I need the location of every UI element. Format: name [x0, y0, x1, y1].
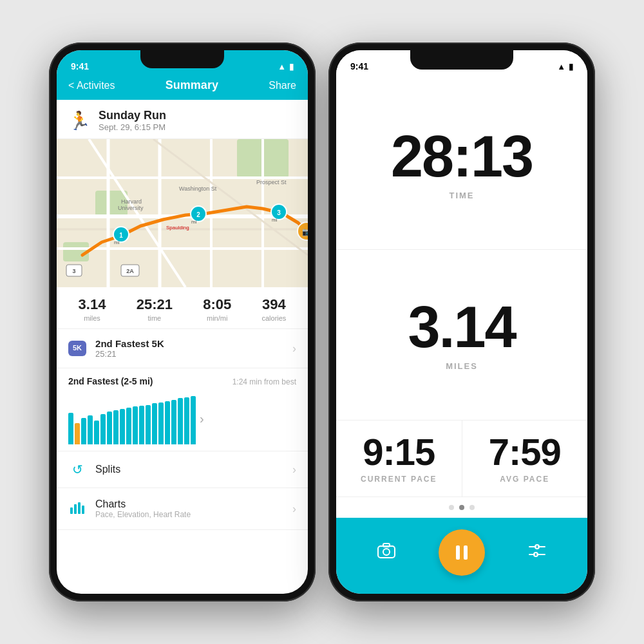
svg-text:Spaulding: Spaulding: [166, 225, 189, 231]
pr-badge: 5K: [68, 341, 86, 355]
chart-bar-12: [146, 405, 151, 444]
chevron-right-icon: ›: [292, 342, 296, 355]
chart-bar-3: [88, 415, 93, 444]
distance-metric: 3.14 MILES: [336, 250, 587, 421]
settings-button[interactable]: [528, 544, 546, 562]
current-pace-value: 9:15: [363, 433, 435, 471]
avg-pace-label: AVG PACE: [500, 475, 549, 484]
charts-title: Charts: [95, 498, 292, 510]
share-button[interactable]: Share: [269, 80, 296, 91]
wifi-icon-right: ▲: [557, 62, 565, 71]
chart-bar-9: [126, 408, 131, 444]
stat-calories: 394 calories: [261, 296, 286, 322]
dot-1[interactable]: [449, 505, 454, 510]
charts-subtitle: Pace, Elevation, Heart Rate: [95, 510, 292, 519]
svg-rect-37: [82, 506, 84, 514]
notch-left: [140, 50, 224, 68]
nav-bar: < Activites Summary Share: [57, 79, 308, 100]
chart-bar-13: [152, 403, 157, 444]
stat-calories-label: calories: [261, 314, 286, 322]
battery-icon: ▮: [289, 62, 294, 71]
svg-point-45: [535, 545, 539, 549]
chart-bar-15: [165, 401, 170, 444]
chart-arrow-icon[interactable]: ›: [200, 412, 204, 426]
chart-bar-17: [178, 398, 183, 444]
status-time-left: 9:41: [71, 61, 89, 71]
svg-text:mi: mi: [114, 240, 120, 245]
stat-miles: 3.14 miles: [79, 296, 106, 322]
distance-label: MILES: [446, 361, 478, 371]
svg-point-48: [534, 553, 538, 556]
chart-bar-8: [120, 409, 125, 444]
stat-time: 25:21 time: [137, 296, 173, 322]
svg-text:2A: 2A: [126, 268, 134, 274]
charts-menu-item[interactable]: Charts Pace, Elevation, Heart Rate ›: [57, 488, 308, 530]
bottom-controls: [336, 518, 587, 594]
wifi-icon: ▲: [278, 62, 286, 71]
battery-icon-right: ▮: [569, 62, 573, 71]
pr-time: 25:21: [95, 349, 292, 359]
stat-calories-value: 394: [261, 296, 286, 313]
chart-section: 2nd Fastest (2-5 mi) 1:24 min from best …: [57, 368, 308, 451]
svg-text:mi: mi: [272, 217, 278, 223]
splits-chevron-icon: ›: [292, 463, 296, 477]
status-icons-left: ▲ ▮: [278, 62, 294, 71]
splits-title: Splits: [95, 464, 292, 475]
chart-bar-0: [68, 413, 73, 444]
camera-button[interactable]: [377, 543, 395, 562]
splits-text: Splits: [95, 464, 292, 475]
svg-text:Washington St: Washington St: [179, 185, 217, 192]
stat-miles-label: miles: [79, 314, 106, 322]
chart-bar-14: [158, 402, 164, 444]
svg-rect-42: [464, 545, 468, 560]
chart-bar-5: [100, 414, 106, 444]
pr-info: 2nd Fastest 5K 25:21: [95, 338, 292, 359]
chart-bar-2: [81, 418, 86, 444]
stat-pace: 8:05 min/mi: [203, 296, 231, 322]
activity-date: Sept. 29, 6:15 PM: [99, 122, 166, 132]
svg-rect-41: [456, 545, 460, 560]
pause-button[interactable]: [439, 529, 485, 576]
map-view[interactable]: 1 mi 2 mi 3 mi 📷 Harvard University Spau…: [57, 139, 308, 287]
activity-header: 🏃 Sunday Run Sept. 29, 6:15 PM: [57, 100, 308, 139]
run-icon: 🏃: [68, 110, 91, 131]
pr-section[interactable]: 5K 2nd Fastest 5K 25:21 ›: [57, 329, 308, 368]
chart-bars: [68, 393, 196, 444]
svg-text:Prospect St: Prospect St: [256, 179, 287, 185]
splits-menu-item[interactable]: ↺ Splits ›: [57, 451, 308, 488]
activity-title: Sunday Run: [99, 109, 166, 122]
stats-row: 3.14 miles 25:21 time 8:05 min/mi 394 ca…: [57, 287, 308, 329]
chart-bar-19: [191, 396, 196, 444]
back-button[interactable]: < Activites: [68, 80, 115, 91]
stat-time-label: time: [137, 314, 173, 322]
svg-rect-40: [383, 544, 390, 547]
time-value: 28:13: [391, 128, 533, 185]
svg-text:3: 3: [277, 209, 281, 216]
dot-3[interactable]: [469, 505, 475, 510]
nav-title: Summary: [166, 79, 218, 92]
run-screen: 28:13 TIME 3.14 MILES 9:15 CURRENT PACE …: [336, 79, 587, 594]
pr-title: 2nd Fastest 5K: [95, 338, 292, 349]
dot-2[interactable]: [459, 505, 464, 510]
page-dots: [336, 497, 587, 518]
svg-text:Harvard: Harvard: [121, 198, 142, 205]
svg-text:1: 1: [119, 232, 123, 239]
chart-title: 2nd Fastest (2-5 mi): [68, 376, 153, 386]
chart-header: 2nd Fastest (2-5 mi) 1:24 min from best: [68, 376, 296, 386]
left-screen: 9:41 ▲ ▮ < Activites Summary Share 🏃 Sun…: [57, 50, 308, 594]
splits-icon: ↺: [68, 462, 86, 477]
time-label: TIME: [449, 191, 474, 200]
avg-pace-metric: 7:59 AVG PACE: [462, 421, 588, 497]
svg-rect-35: [74, 504, 77, 514]
distance-value: 3.14: [408, 298, 515, 356]
chart-bar-18: [184, 397, 189, 444]
svg-point-39: [383, 549, 390, 555]
stat-time-value: 25:21: [137, 296, 173, 313]
svg-text:📷: 📷: [302, 227, 308, 236]
avg-pace-value: 7:59: [489, 433, 561, 471]
svg-rect-34: [70, 507, 73, 514]
current-pace-metric: 9:15 CURRENT PACE: [336, 421, 462, 497]
svg-rect-36: [78, 502, 80, 514]
stat-miles-value: 3.14: [79, 296, 106, 313]
svg-text:mi: mi: [191, 219, 197, 225]
